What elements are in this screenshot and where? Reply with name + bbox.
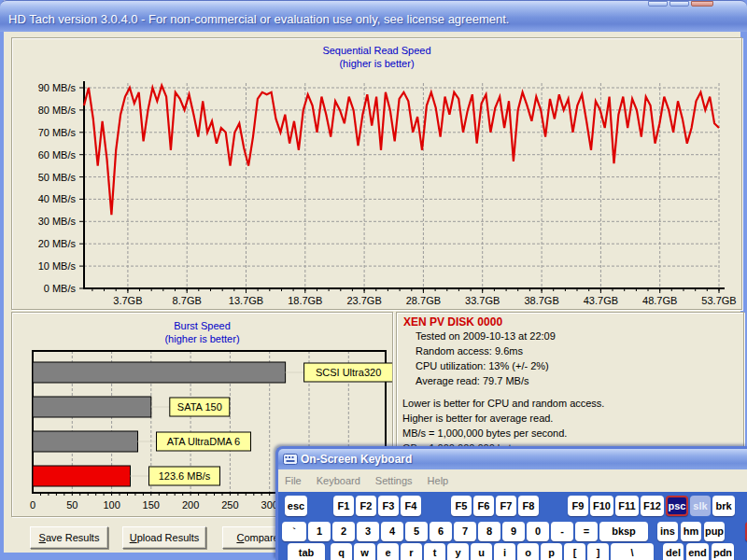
key-1[interactable]: 1 [308, 522, 331, 541]
key-t[interactable]: t [424, 543, 445, 560]
close-button[interactable] [691, 1, 713, 7]
osk-menu-file[interactable]: File [285, 475, 302, 486]
title-bar[interactable]: HD Tach version 3.0.4.0 - For non-commer… [0, 0, 747, 32]
key--[interactable]: - [551, 522, 573, 541]
key-pup[interactable]: pup [704, 522, 725, 541]
burst-bar [33, 466, 131, 486]
key-tab[interactable]: tab [288, 543, 325, 560]
osk-window-title: On-Screen Keyboard [301, 453, 412, 466]
key-backslash[interactable]: \ [611, 543, 654, 560]
x-axis-tick-label: 13.7GB [229, 295, 263, 306]
burst-x-tick-label: 50 [66, 499, 78, 511]
key-2[interactable]: 2 [332, 522, 355, 541]
key-slk[interactable]: slk [690, 496, 711, 516]
key-F6[interactable]: F6 [473, 496, 494, 516]
burst-bar [33, 362, 286, 383]
key-F9[interactable]: F9 [568, 496, 588, 516]
key-del[interactable]: del [663, 543, 684, 560]
keyboard-row: `1234567890-=bkspinshmpup [278, 522, 747, 541]
key-F2[interactable]: F2 [356, 496, 376, 516]
x-axis-tick-label: 53.7GB [701, 295, 736, 306]
burst-x-tick-label: 100 [103, 499, 120, 511]
key-0[interactable]: 0 [527, 522, 549, 541]
tested-on-line: Tested on 2009-10-13 at 22:09 [416, 330, 556, 342]
burst-x-tick-label: 250 [221, 499, 238, 511]
key-6[interactable]: 6 [430, 522, 452, 541]
key-F4[interactable]: F4 [401, 496, 421, 516]
key-5[interactable]: 5 [405, 522, 428, 541]
x-axis-tick-label: 33.7GB [465, 295, 500, 306]
key-3[interactable]: 3 [357, 522, 379, 541]
osk-menu-help[interactable]: Help [428, 475, 449, 486]
osk-menu-keyboard[interactable]: Keyboard [317, 475, 360, 486]
key-o[interactable]: o [517, 543, 539, 560]
osk-menu-bar: File Keyboard Settings Help [278, 469, 747, 492]
random-access-line: Random access: 9.6ms [416, 345, 523, 357]
y-axis-tick-label: 10 MB/s [38, 260, 77, 272]
key-`[interactable]: ` [282, 522, 306, 541]
key-=[interactable]: = [575, 522, 598, 541]
key-F10[interactable]: F10 [590, 496, 613, 516]
bar-label: 123.6 MB/s [159, 470, 211, 482]
key-esc[interactable]: esc [285, 496, 307, 516]
key-F8[interactable]: F8 [518, 496, 539, 516]
average-read-line: Average read: 79.7 MB/s [416, 375, 529, 386]
x-axis-tick-label: 43.7GB [584, 295, 618, 306]
key-hm[interactable]: hm [681, 522, 701, 541]
key-ins[interactable]: ins [657, 522, 678, 541]
maximize-button[interactable] [669, 1, 689, 7]
osk-key-area: escF1F2F3F4F5F6F7F8F9F10F11F12pscslkbrk`… [278, 492, 747, 560]
y-axis-tick-label: 30 MB/s [38, 216, 77, 227]
x-axis-tick-label: 48.7GB [642, 295, 677, 306]
key-9[interactable]: 9 [502, 522, 525, 541]
key-F11[interactable]: F11 [615, 496, 639, 516]
save-results-button[interactable]: Save Results [30, 526, 108, 549]
sequential-read-panel: Sequential Read Speed (higher is better)… [11, 37, 742, 310]
key-[[interactable]: [ [564, 543, 585, 560]
note-line: Higher is better for average read. [402, 413, 553, 424]
burst-x-tick-label: 150 [143, 499, 160, 511]
upload-results-button[interactable]: Upload Results [122, 526, 206, 549]
key-F5[interactable]: F5 [451, 496, 472, 516]
x-axis-tick-label: 28.7GB [406, 295, 441, 306]
key-end[interactable]: end [686, 543, 709, 560]
key-w[interactable]: w [354, 543, 375, 560]
y-axis-tick-label: 70 MB/s [38, 127, 77, 138]
key-y[interactable]: y [447, 543, 469, 560]
key-8[interactable]: 8 [478, 522, 500, 541]
key-r[interactable]: r [401, 543, 422, 560]
key-p[interactable]: p [541, 543, 562, 560]
minimize-button[interactable] [648, 1, 668, 7]
y-axis-tick-label: 20 MB/s [38, 238, 77, 249]
osk-title-bar[interactable]: On-Screen Keyboard [278, 449, 747, 469]
y-axis-tick-label: 90 MB/s [38, 82, 77, 93]
key-F7[interactable]: F7 [496, 496, 516, 516]
x-axis-tick-label: 8.7GB [173, 295, 202, 306]
bar-label: SATA 150 [177, 401, 222, 413]
y-axis-tick-label: 60 MB/s [38, 149, 77, 161]
key-F12[interactable]: F12 [641, 496, 664, 516]
key-F3[interactable]: F3 [378, 496, 399, 516]
key-][interactable]: ] [587, 543, 609, 560]
key-7[interactable]: 7 [454, 522, 476, 541]
key-i[interactable]: i [494, 543, 515, 560]
key-F1[interactable]: F1 [333, 496, 354, 516]
key-4[interactable]: 4 [381, 522, 403, 541]
key-q[interactable]: q [331, 543, 352, 560]
key-brk[interactable]: brk [712, 496, 735, 516]
key-psc[interactable]: psc [666, 496, 688, 516]
key-bksp[interactable]: bksp [599, 522, 648, 541]
key-e[interactable]: e [377, 543, 399, 560]
osk-menu-settings[interactable]: Settings [375, 475, 413, 486]
burst-bar [33, 431, 138, 452]
keyboard-row: escF1F2F3F4F5F6F7F8F9F10F11F12pscslkbrk [278, 496, 747, 516]
y-axis-tick-label: 40 MB/s [38, 193, 77, 204]
key-u[interactable]: u [471, 543, 492, 560]
y-axis-tick-label: 0 MB/s [44, 283, 77, 294]
upload-results-label: Upload Results [123, 528, 205, 548]
device-name: XEN PV DISK 0000 [403, 315, 502, 329]
bar-label: SCSI Ultra320 [316, 367, 381, 378]
note-line: Lower is better for CPU and random acces… [402, 398, 604, 409]
x-axis-tick-label: 38.7GB [524, 295, 558, 306]
key-pdn[interactable]: pdn [712, 543, 734, 560]
